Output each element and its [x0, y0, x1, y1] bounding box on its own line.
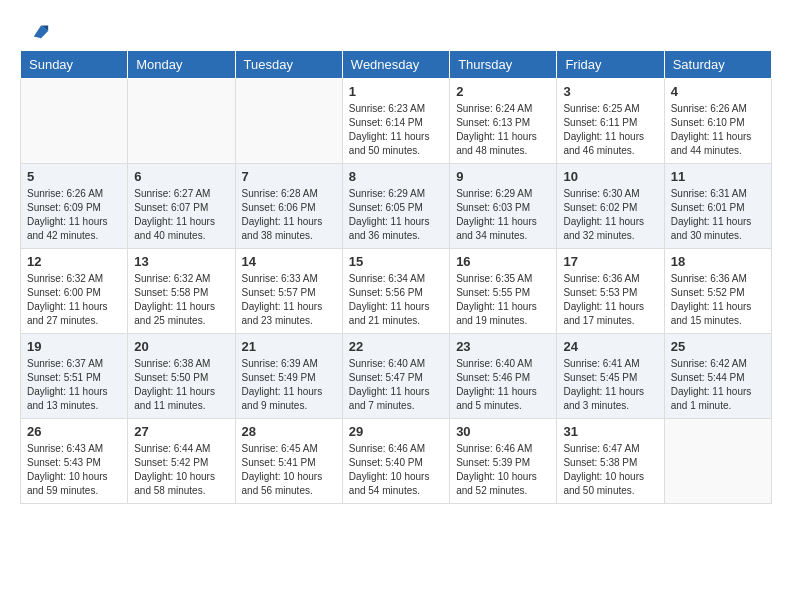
- day-info: Sunrise: 6:26 AM Sunset: 6:10 PM Dayligh…: [671, 102, 765, 158]
- day-number: 10: [563, 169, 657, 184]
- day-number: 21: [242, 339, 336, 354]
- day-number: 7: [242, 169, 336, 184]
- week-row-1: 1Sunrise: 6:23 AM Sunset: 6:14 PM Daylig…: [21, 79, 772, 164]
- logo-text: [30, 20, 50, 44]
- day-info: Sunrise: 6:35 AM Sunset: 5:55 PM Dayligh…: [456, 272, 550, 328]
- calendar-header-row: SundayMondayTuesdayWednesdayThursdayFrid…: [21, 51, 772, 79]
- week-row-3: 12Sunrise: 6:32 AM Sunset: 6:00 PM Dayli…: [21, 249, 772, 334]
- calendar-cell: 14Sunrise: 6:33 AM Sunset: 5:57 PM Dayli…: [235, 249, 342, 334]
- day-number: 22: [349, 339, 443, 354]
- day-info: Sunrise: 6:29 AM Sunset: 6:05 PM Dayligh…: [349, 187, 443, 243]
- day-info: Sunrise: 6:37 AM Sunset: 5:51 PM Dayligh…: [27, 357, 121, 413]
- day-number: 12: [27, 254, 121, 269]
- day-info: Sunrise: 6:40 AM Sunset: 5:46 PM Dayligh…: [456, 357, 550, 413]
- calendar-cell: 16Sunrise: 6:35 AM Sunset: 5:55 PM Dayli…: [450, 249, 557, 334]
- day-number: 16: [456, 254, 550, 269]
- day-number: 18: [671, 254, 765, 269]
- day-info: Sunrise: 6:47 AM Sunset: 5:38 PM Dayligh…: [563, 442, 657, 498]
- calendar-cell: 27Sunrise: 6:44 AM Sunset: 5:42 PM Dayli…: [128, 419, 235, 504]
- column-header-monday: Monday: [128, 51, 235, 79]
- day-number: 24: [563, 339, 657, 354]
- day-number: 9: [456, 169, 550, 184]
- day-info: Sunrise: 6:24 AM Sunset: 6:13 PM Dayligh…: [456, 102, 550, 158]
- column-header-friday: Friday: [557, 51, 664, 79]
- calendar-cell: 4Sunrise: 6:26 AM Sunset: 6:10 PM Daylig…: [664, 79, 771, 164]
- calendar-cell: 7Sunrise: 6:28 AM Sunset: 6:06 PM Daylig…: [235, 164, 342, 249]
- day-number: 4: [671, 84, 765, 99]
- day-info: Sunrise: 6:45 AM Sunset: 5:41 PM Dayligh…: [242, 442, 336, 498]
- day-info: Sunrise: 6:43 AM Sunset: 5:43 PM Dayligh…: [27, 442, 121, 498]
- day-number: 1: [349, 84, 443, 99]
- day-number: 25: [671, 339, 765, 354]
- day-info: Sunrise: 6:27 AM Sunset: 6:07 PM Dayligh…: [134, 187, 228, 243]
- day-info: Sunrise: 6:30 AM Sunset: 6:02 PM Dayligh…: [563, 187, 657, 243]
- day-info: Sunrise: 6:42 AM Sunset: 5:44 PM Dayligh…: [671, 357, 765, 413]
- day-number: 23: [456, 339, 550, 354]
- day-info: Sunrise: 6:28 AM Sunset: 6:06 PM Dayligh…: [242, 187, 336, 243]
- day-number: 6: [134, 169, 228, 184]
- column-header-wednesday: Wednesday: [342, 51, 449, 79]
- calendar-cell: 17Sunrise: 6:36 AM Sunset: 5:53 PM Dayli…: [557, 249, 664, 334]
- day-number: 27: [134, 424, 228, 439]
- week-row-4: 19Sunrise: 6:37 AM Sunset: 5:51 PM Dayli…: [21, 334, 772, 419]
- day-info: Sunrise: 6:40 AM Sunset: 5:47 PM Dayligh…: [349, 357, 443, 413]
- calendar-cell: 1Sunrise: 6:23 AM Sunset: 6:14 PM Daylig…: [342, 79, 449, 164]
- day-number: 14: [242, 254, 336, 269]
- calendar-cell: 19Sunrise: 6:37 AM Sunset: 5:51 PM Dayli…: [21, 334, 128, 419]
- day-number: 28: [242, 424, 336, 439]
- day-number: 3: [563, 84, 657, 99]
- day-number: 5: [27, 169, 121, 184]
- calendar-cell: 24Sunrise: 6:41 AM Sunset: 5:45 PM Dayli…: [557, 334, 664, 419]
- day-info: Sunrise: 6:36 AM Sunset: 5:53 PM Dayligh…: [563, 272, 657, 328]
- day-number: 29: [349, 424, 443, 439]
- day-number: 13: [134, 254, 228, 269]
- day-number: 8: [349, 169, 443, 184]
- calendar-cell: 13Sunrise: 6:32 AM Sunset: 5:58 PM Dayli…: [128, 249, 235, 334]
- calendar-cell: 15Sunrise: 6:34 AM Sunset: 5:56 PM Dayli…: [342, 249, 449, 334]
- logo: [30, 20, 50, 40]
- day-info: Sunrise: 6:36 AM Sunset: 5:52 PM Dayligh…: [671, 272, 765, 328]
- day-info: Sunrise: 6:38 AM Sunset: 5:50 PM Dayligh…: [134, 357, 228, 413]
- calendar-cell: 29Sunrise: 6:46 AM Sunset: 5:40 PM Dayli…: [342, 419, 449, 504]
- calendar-cell: 28Sunrise: 6:45 AM Sunset: 5:41 PM Dayli…: [235, 419, 342, 504]
- column-header-tuesday: Tuesday: [235, 51, 342, 79]
- day-number: 30: [456, 424, 550, 439]
- calendar-cell: 9Sunrise: 6:29 AM Sunset: 6:03 PM Daylig…: [450, 164, 557, 249]
- calendar-cell: 10Sunrise: 6:30 AM Sunset: 6:02 PM Dayli…: [557, 164, 664, 249]
- column-header-sunday: Sunday: [21, 51, 128, 79]
- calendar-cell: 12Sunrise: 6:32 AM Sunset: 6:00 PM Dayli…: [21, 249, 128, 334]
- day-number: 19: [27, 339, 121, 354]
- column-header-thursday: Thursday: [450, 51, 557, 79]
- calendar-cell: 2Sunrise: 6:24 AM Sunset: 6:13 PM Daylig…: [450, 79, 557, 164]
- column-header-saturday: Saturday: [664, 51, 771, 79]
- day-info: Sunrise: 6:32 AM Sunset: 6:00 PM Dayligh…: [27, 272, 121, 328]
- day-number: 31: [563, 424, 657, 439]
- calendar-cell: 23Sunrise: 6:40 AM Sunset: 5:46 PM Dayli…: [450, 334, 557, 419]
- calendar-cell: 22Sunrise: 6:40 AM Sunset: 5:47 PM Dayli…: [342, 334, 449, 419]
- day-info: Sunrise: 6:46 AM Sunset: 5:39 PM Dayligh…: [456, 442, 550, 498]
- week-row-5: 26Sunrise: 6:43 AM Sunset: 5:43 PM Dayli…: [21, 419, 772, 504]
- calendar-cell: 18Sunrise: 6:36 AM Sunset: 5:52 PM Dayli…: [664, 249, 771, 334]
- calendar-cell: [128, 79, 235, 164]
- day-number: 11: [671, 169, 765, 184]
- calendar-cell: 26Sunrise: 6:43 AM Sunset: 5:43 PM Dayli…: [21, 419, 128, 504]
- calendar-cell: 8Sunrise: 6:29 AM Sunset: 6:05 PM Daylig…: [342, 164, 449, 249]
- calendar-cell: 5Sunrise: 6:26 AM Sunset: 6:09 PM Daylig…: [21, 164, 128, 249]
- day-number: 17: [563, 254, 657, 269]
- calendar-cell: 31Sunrise: 6:47 AM Sunset: 5:38 PM Dayli…: [557, 419, 664, 504]
- day-info: Sunrise: 6:39 AM Sunset: 5:49 PM Dayligh…: [242, 357, 336, 413]
- page-header: [0, 0, 792, 50]
- calendar-cell: 11Sunrise: 6:31 AM Sunset: 6:01 PM Dayli…: [664, 164, 771, 249]
- day-info: Sunrise: 6:29 AM Sunset: 6:03 PM Dayligh…: [456, 187, 550, 243]
- day-info: Sunrise: 6:23 AM Sunset: 6:14 PM Dayligh…: [349, 102, 443, 158]
- calendar-cell: [21, 79, 128, 164]
- day-info: Sunrise: 6:32 AM Sunset: 5:58 PM Dayligh…: [134, 272, 228, 328]
- day-number: 20: [134, 339, 228, 354]
- day-number: 15: [349, 254, 443, 269]
- week-row-2: 5Sunrise: 6:26 AM Sunset: 6:09 PM Daylig…: [21, 164, 772, 249]
- day-info: Sunrise: 6:25 AM Sunset: 6:11 PM Dayligh…: [563, 102, 657, 158]
- day-info: Sunrise: 6:33 AM Sunset: 5:57 PM Dayligh…: [242, 272, 336, 328]
- day-info: Sunrise: 6:46 AM Sunset: 5:40 PM Dayligh…: [349, 442, 443, 498]
- day-info: Sunrise: 6:26 AM Sunset: 6:09 PM Dayligh…: [27, 187, 121, 243]
- calendar-wrapper: SundayMondayTuesdayWednesdayThursdayFrid…: [0, 50, 792, 514]
